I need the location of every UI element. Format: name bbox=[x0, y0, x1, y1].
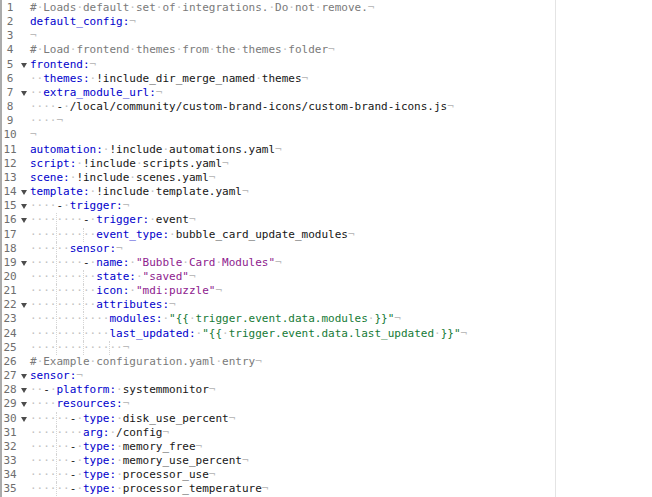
code-line[interactable]: 13scene:·!include·scenes.yaml¬ bbox=[2, 171, 467, 185]
eol-mark-icon: ¬ bbox=[302, 72, 309, 85]
fold-toggle-icon[interactable] bbox=[18, 397, 30, 411]
line-number[interactable]: 10 bbox=[2, 128, 18, 142]
code-line[interactable]: 22··········attributes:¬ bbox=[2, 298, 467, 312]
token: bubble_card_update_modules bbox=[176, 228, 348, 241]
code-line[interactable]: 31········arg:·/config¬ bbox=[2, 426, 467, 440]
token: type: bbox=[83, 482, 116, 495]
token: !include bbox=[76, 171, 129, 184]
code-line[interactable]: 8····-·/local/community/custom-brand-ico… bbox=[2, 100, 467, 114]
code-line[interactable]: 34······-·type:·processor_use¬ bbox=[2, 468, 467, 482]
fold-toggle-icon[interactable] bbox=[18, 213, 30, 227]
line-number[interactable]: 7 bbox=[2, 86, 18, 100]
whitespace-dots: ···· bbox=[30, 114, 57, 127]
code-line[interactable]: 11automation:·!include·automations.yaml¬ bbox=[2, 143, 467, 157]
code-line[interactable]: 20··········state:·"saved"¬ bbox=[2, 270, 467, 284]
eol-mark-icon: ¬ bbox=[162, 426, 169, 439]
line-number[interactable]: 17 bbox=[2, 228, 18, 242]
code-line[interactable]: 35······-·type:·processor_temperature¬ bbox=[2, 482, 467, 496]
token: /config bbox=[116, 426, 162, 439]
eol-mark-icon: ¬ bbox=[242, 185, 249, 198]
eol-mark-icon: ¬ bbox=[123, 341, 130, 354]
line-number[interactable]: 19 bbox=[2, 256, 18, 270]
line-number[interactable]: 5 bbox=[2, 58, 18, 72]
code-line[interactable]: 10¬ bbox=[2, 128, 467, 142]
fold-toggle-icon[interactable] bbox=[18, 185, 30, 199]
line-number[interactable]: 27 bbox=[2, 369, 18, 383]
line-number[interactable]: 15 bbox=[2, 199, 18, 213]
whitespace-dots: ············ bbox=[30, 327, 109, 340]
line-number[interactable]: 6 bbox=[2, 72, 18, 86]
code-line[interactable]: 25··············¬ bbox=[2, 341, 467, 355]
fold-toggle-icon[interactable] bbox=[18, 298, 30, 312]
line-number[interactable]: 14 bbox=[2, 185, 18, 199]
code-line[interactable]: 6··themes:·!include_dir_merge_named·them… bbox=[2, 72, 467, 86]
code-line[interactable]: 2default_config:¬ bbox=[2, 15, 467, 29]
code-line[interactable]: 29····resources:¬ bbox=[2, 397, 467, 411]
code-line[interactable]: 16········-·trigger:·event¬ bbox=[2, 213, 467, 227]
line-number[interactable]: 4 bbox=[2, 43, 18, 57]
code-line[interactable]: 1#·Loads·default·set·of·integrations.·Do… bbox=[2, 1, 467, 15]
code-text: ······-·type:·memory_use_percent¬ bbox=[30, 454, 249, 468]
line-number[interactable]: 1 bbox=[2, 1, 18, 15]
line-number[interactable]: 32 bbox=[2, 440, 18, 454]
code-line[interactable]: 5frontend:¬ bbox=[2, 58, 467, 72]
code-line[interactable]: 30······-·type:·disk_use_percent¬ bbox=[2, 412, 467, 426]
code-line[interactable]: 12script:·!include·scripts.yaml¬ bbox=[2, 157, 467, 171]
code-line[interactable]: 28··-·platform:·systemmonitor¬ bbox=[2, 383, 467, 397]
indent-guide bbox=[56, 228, 57, 242]
code-line[interactable]: 7··extra_module_url:¬ bbox=[2, 86, 467, 100]
line-number[interactable]: 33 bbox=[2, 454, 18, 468]
code-line[interactable]: 33······-·type:·memory_use_percent¬ bbox=[2, 454, 467, 468]
fold-toggle-icon[interactable] bbox=[18, 383, 30, 397]
code-line[interactable]: 23············modules:·"{{·trigger.event… bbox=[2, 312, 467, 326]
code-line[interactable]: 32······-·type:·memory_free¬ bbox=[2, 440, 467, 454]
code-line[interactable]: 15····-·trigger:¬ bbox=[2, 199, 467, 213]
code-line[interactable]: 26#·Example·configuration.yaml·entry¬ bbox=[2, 355, 467, 369]
line-number[interactable]: 21 bbox=[2, 284, 18, 298]
line-number[interactable]: 3 bbox=[2, 29, 18, 43]
line-number[interactable]: 11 bbox=[2, 143, 18, 157]
code-line[interactable]: 19········-·name:·"Bubble·Card·Modules"¬ bbox=[2, 256, 467, 270]
fold-toggle-icon[interactable] bbox=[18, 86, 30, 100]
line-number[interactable]: 2 bbox=[2, 15, 18, 29]
indent-guide bbox=[56, 213, 57, 227]
line-number[interactable]: 20 bbox=[2, 270, 18, 284]
code-line[interactable]: 4#·Load·frontend·themes·from·the·themes·… bbox=[2, 43, 467, 57]
code-line[interactable]: 14template:·!include·template.yaml¬ bbox=[2, 185, 467, 199]
line-number[interactable]: 29 bbox=[2, 397, 18, 411]
code-line[interactable]: 3¬ bbox=[2, 29, 467, 43]
code-line[interactable]: 17··········event_type:·bubble_card_upda… bbox=[2, 228, 467, 242]
token: frontend bbox=[76, 43, 129, 56]
line-number[interactable]: 34 bbox=[2, 468, 18, 482]
fold-toggle-icon[interactable] bbox=[18, 256, 30, 270]
line-number[interactable]: 18 bbox=[2, 242, 18, 256]
code-line[interactable]: 27sensor:¬ bbox=[2, 369, 467, 383]
line-number[interactable]: 8 bbox=[2, 100, 18, 114]
line-number[interactable]: 22 bbox=[2, 298, 18, 312]
code-line[interactable]: 9····¬ bbox=[2, 114, 467, 128]
line-number[interactable]: 26 bbox=[2, 355, 18, 369]
line-number[interactable]: 13 bbox=[2, 171, 18, 185]
line-number[interactable]: 31 bbox=[2, 426, 18, 440]
line-number[interactable]: 16 bbox=[2, 213, 18, 227]
fold-toggle-icon[interactable] bbox=[18, 58, 30, 72]
line-number[interactable]: 24 bbox=[2, 327, 18, 341]
fold-toggle-icon[interactable] bbox=[18, 412, 30, 426]
code-line[interactable]: 24············last_updated:·"{{·trigger.… bbox=[2, 327, 467, 341]
code-editor[interactable]: 1#·Loads·default·set·of·integrations.·Do… bbox=[0, 0, 652, 497]
line-number[interactable]: 30 bbox=[2, 412, 18, 426]
line-number[interactable]: 28 bbox=[2, 383, 18, 397]
indent-guide bbox=[83, 228, 84, 242]
fold-toggle-icon[interactable] bbox=[18, 199, 30, 213]
line-number[interactable]: 35 bbox=[2, 482, 18, 496]
line-number[interactable]: 9 bbox=[2, 114, 18, 128]
whitespace-dots: · bbox=[136, 157, 143, 170]
line-number[interactable]: 25 bbox=[2, 341, 18, 355]
line-number[interactable]: 12 bbox=[2, 157, 18, 171]
indent-guide bbox=[83, 327, 84, 341]
fold-toggle-icon[interactable] bbox=[18, 369, 30, 383]
code-line[interactable]: 18······sensor:¬ bbox=[2, 242, 467, 256]
line-number[interactable]: 23 bbox=[2, 312, 18, 326]
code-line[interactable]: 21··········icon:·"mdi:puzzle"¬ bbox=[2, 284, 467, 298]
eol-mark-icon: ¬ bbox=[129, 15, 136, 28]
